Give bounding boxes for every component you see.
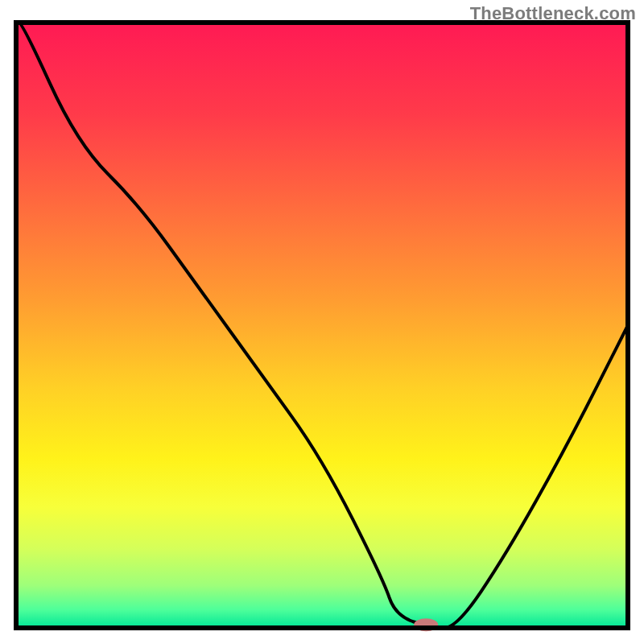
attribution-text: TheBottleneck.com xyxy=(470,3,636,24)
bottleneck-chart xyxy=(0,0,644,644)
heat-gradient-background xyxy=(16,23,628,628)
